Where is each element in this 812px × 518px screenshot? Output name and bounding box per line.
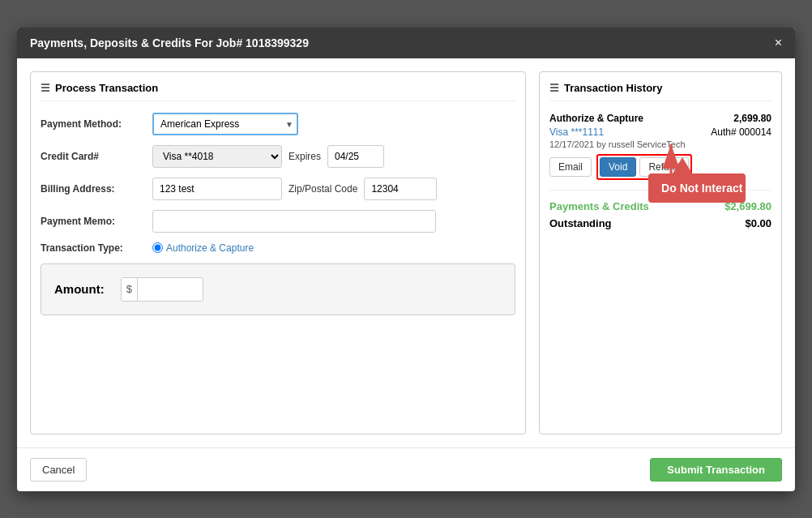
- process-transaction-panel: ☰ Process Transaction Payment Method: Am…: [30, 71, 526, 435]
- modal-header: Payments, Deposits & Credits For Job# 10…: [17, 28, 795, 58]
- payment-method-row: Payment Method: American Express Visa Ma…: [41, 113, 515, 135]
- billing-address-label: Billing Address:: [41, 183, 146, 195]
- zip-label: Zip/Postal Code: [288, 183, 357, 195]
- transaction-top-row: Authorize & Capture 2,699.80: [549, 113, 771, 124]
- payment-method-wrapper: American Express Visa MasterCard Check C…: [152, 113, 298, 135]
- transaction-buttons: Email Void Refund: [549, 154, 771, 180]
- expires-label: Expires: [288, 151, 321, 162]
- modal-title: Payments, Deposits & Credits For Job# 10…: [30, 36, 309, 49]
- billing-address-row: Billing Address: Zip/Postal Code: [41, 178, 515, 200]
- auth-label: Auth# 000014: [711, 126, 771, 138]
- payment-memo-input[interactable]: [152, 210, 436, 233]
- process-transaction-title: ☰ Process Transaction: [41, 82, 515, 101]
- authorize-capture-label: Authorize & Capture: [549, 113, 643, 124]
- email-button[interactable]: Email: [549, 157, 592, 177]
- credit-card-row: Credit Card# Visa **4018 Expires: [41, 145, 515, 168]
- billing-address-input[interactable]: [152, 178, 282, 200]
- payment-method-select[interactable]: American Express Visa MasterCard Check C…: [152, 113, 298, 135]
- modal-body: ☰ Process Transaction Payment Method: Am…: [17, 58, 795, 447]
- arrow-svg: [660, 138, 684, 178]
- amount-section: Amount: $: [41, 263, 515, 315]
- payment-memo-row: Payment Memo:: [41, 210, 515, 233]
- expires-input[interactable]: [327, 145, 384, 168]
- outstanding-row: Outstanding $0.00: [549, 217, 771, 229]
- transaction-type-label: Transaction Type:: [41, 242, 146, 254]
- transaction-type-row: Transaction Type: Authorize & Capture: [41, 242, 515, 254]
- payments-credits-section: Payments & Credits $2,699.80 Outstanding…: [549, 200, 771, 229]
- amount-input-wrapper: $: [121, 277, 203, 302]
- payment-memo-label: Payment Memo:: [41, 216, 146, 227]
- void-button[interactable]: Void: [600, 157, 636, 177]
- modal: Payments, Deposits & Credits For Job# 10…: [17, 28, 795, 491]
- modal-footer: Cancel Submit Transaction: [17, 447, 795, 491]
- modal-overlay: Payments, Deposits & Credits For Job# 10…: [0, 0, 812, 518]
- outstanding-label: Outstanding: [549, 217, 612, 229]
- payments-credits-label: Payments & Credits: [549, 200, 649, 212]
- transaction-type-radio[interactable]: [152, 242, 163, 253]
- transaction-detail-row: Visa ***1111 Auth# 000014: [549, 126, 771, 138]
- outstanding-value: $0.00: [745, 217, 771, 229]
- transaction-entry: Authorize & Capture 2,699.80 Visa ***111…: [549, 113, 771, 191]
- credit-card-select[interactable]: Visa **4018: [152, 145, 282, 168]
- transaction-history-title: ☰ Transaction History: [549, 82, 771, 101]
- visa-label[interactable]: Visa ***1111: [549, 126, 604, 138]
- dollar-sign: $: [122, 278, 138, 301]
- transaction-type-option[interactable]: Authorize & Capture: [152, 242, 254, 254]
- amount-input[interactable]: [138, 278, 203, 301]
- transaction-history-icon: ☰: [549, 82, 559, 94]
- payment-method-label: Payment Method:: [41, 118, 146, 130]
- transaction-history-panel: ☰ Transaction History Authorize & Captur…: [539, 71, 782, 435]
- transaction-type-value: Authorize & Capture: [166, 242, 254, 254]
- amount-label: Amount:: [54, 282, 105, 296]
- submit-transaction-button[interactable]: Submit Transaction: [650, 458, 782, 482]
- zip-input[interactable]: [364, 178, 437, 200]
- authorize-capture-amount: 2,699.80: [733, 113, 771, 124]
- credit-card-label: Credit Card#: [41, 151, 146, 162]
- process-transaction-icon: ☰: [41, 82, 50, 94]
- cancel-button[interactable]: Cancel: [30, 458, 87, 482]
- do-not-interact-label: Do Not Interact: [648, 173, 746, 203]
- close-button[interactable]: ×: [775, 36, 782, 50]
